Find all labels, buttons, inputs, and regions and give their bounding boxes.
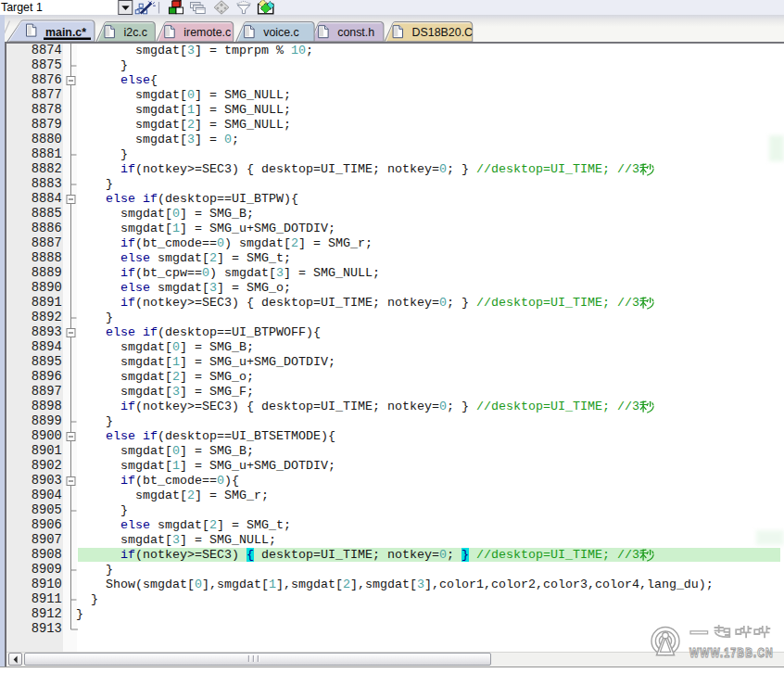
- svg-text:WWW.17BB.CN: WWW.17BB.CN: [689, 644, 774, 660]
